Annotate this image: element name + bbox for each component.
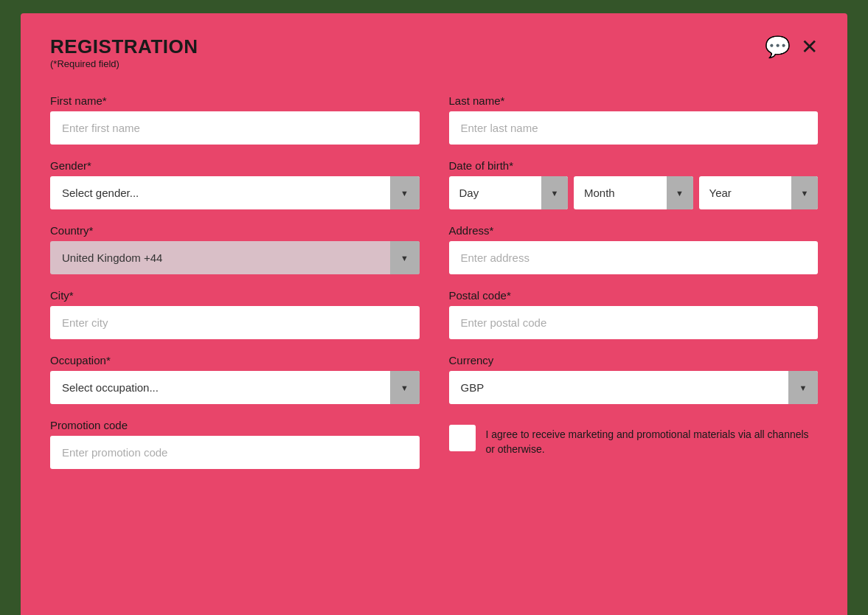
consent-text: I agree to receive marketing and promoti… <box>486 425 819 456</box>
dob-selects: Day 12345 Month JanuaryFebruaryMarch Yea… <box>449 176 819 209</box>
address-group: Address* <box>449 224 819 274</box>
year-select-wrapper: Year 200019991998 <box>699 176 819 209</box>
gender-label: Gender* <box>50 159 420 172</box>
first-name-group: First name* <box>50 94 420 145</box>
required-note: (*Required field) <box>50 58 198 69</box>
country-label: Country* <box>50 224 420 237</box>
close-icon[interactable]: ✕ <box>801 37 818 58</box>
postal-code-input[interactable] <box>449 306 819 339</box>
promotion-code-group: Promotion code <box>50 419 420 469</box>
occupation-select[interactable]: Select occupation... Employed Self-emplo… <box>50 371 420 404</box>
header-icons: 💬 ✕ <box>765 37 818 58</box>
last-name-group: Last name* <box>449 94 819 145</box>
registration-modal: REGISTRATION (*Required field) 💬 ✕ First… <box>21 13 847 615</box>
modal-header: REGISTRATION (*Required field) 💬 ✕ <box>50 35 818 90</box>
address-input[interactable] <box>449 241 819 274</box>
day-select-wrapper: Day 12345 <box>449 176 569 209</box>
country-group: Country* United Kingdom +44 United State… <box>50 224 420 274</box>
dob-label: Date of birth* <box>449 159 819 172</box>
first-name-label: First name* <box>50 94 420 107</box>
day-select[interactable]: Day 12345 <box>449 176 569 209</box>
currency-select[interactable]: GBP USD EUR CHF <box>449 371 819 404</box>
occupation-select-wrapper: Select occupation... Employed Self-emplo… <box>50 371 420 404</box>
modal-title-group: REGISTRATION (*Required field) <box>50 35 198 90</box>
registration-form: First name* Last name* Gender* Select ge… <box>50 94 818 469</box>
consent-checkbox[interactable] <box>449 425 476 451</box>
year-select[interactable]: Year 200019991998 <box>699 176 819 209</box>
month-select[interactable]: Month JanuaryFebruaryMarch <box>574 176 693 209</box>
city-input[interactable] <box>50 306 420 339</box>
promotion-code-label: Promotion code <box>50 419 420 431</box>
currency-label: Currency <box>449 354 819 366</box>
postal-code-group: Postal code* <box>449 289 819 339</box>
currency-select-wrapper: GBP USD EUR CHF <box>449 371 819 404</box>
city-label: City* <box>50 289 420 302</box>
country-select[interactable]: United Kingdom +44 United States +1 Fran… <box>50 241 420 274</box>
modal-title: REGISTRATION <box>50 35 198 58</box>
gender-select-wrapper: Select gender... Male Female Other <box>50 176 420 209</box>
last-name-label: Last name* <box>449 94 819 107</box>
city-group: City* <box>50 289 420 339</box>
gender-select[interactable]: Select gender... Male Female Other <box>50 176 420 209</box>
consent-checkbox-group: I agree to receive marketing and promoti… <box>449 419 819 456</box>
address-label: Address* <box>449 224 819 237</box>
first-name-input[interactable] <box>50 111 420 145</box>
dob-group: Date of birth* Day 12345 Month JanuaryFe… <box>449 159 819 209</box>
occupation-label: Occupation* <box>50 354 420 366</box>
postal-code-label: Postal code* <box>449 289 819 302</box>
last-name-input[interactable] <box>449 111 819 145</box>
chat-icon[interactable]: 💬 <box>765 37 791 58</box>
promotion-code-input[interactable] <box>50 436 420 469</box>
month-select-wrapper: Month JanuaryFebruaryMarch <box>574 176 693 209</box>
country-select-wrapper: United Kingdom +44 United States +1 Fran… <box>50 241 420 274</box>
gender-group: Gender* Select gender... Male Female Oth… <box>50 159 420 209</box>
occupation-group: Occupation* Select occupation... Employe… <box>50 354 420 404</box>
consent-group: I agree to receive marketing and promoti… <box>449 419 819 469</box>
currency-group: Currency GBP USD EUR CHF <box>449 354 819 404</box>
